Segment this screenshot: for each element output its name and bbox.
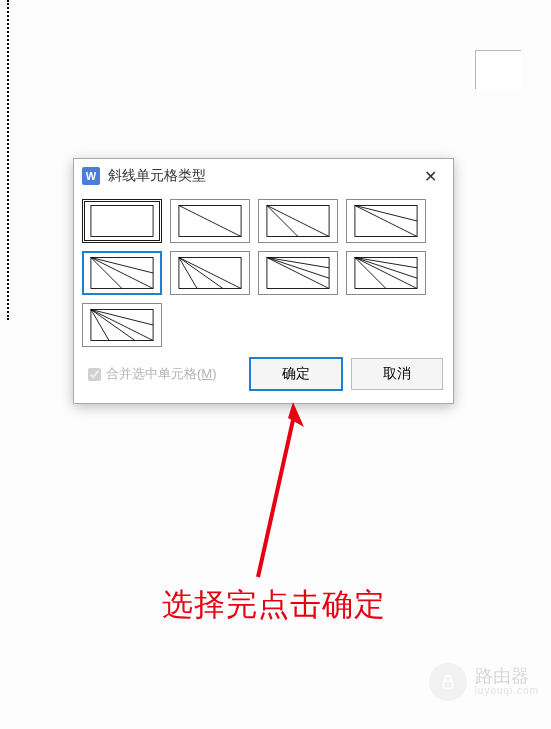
diagonal-cell-type-dialog: W 斜线单元格类型 ✕ <box>73 158 454 404</box>
svg-line-11 <box>91 257 122 288</box>
watermark: 路由器 luyouqi.com <box>429 663 539 701</box>
cancel-button-label: 取消 <box>383 365 411 383</box>
app-icon: W <box>82 167 100 185</box>
option-diag-2[interactable] <box>258 199 338 243</box>
svg-line-25 <box>355 257 417 278</box>
svg-line-22 <box>355 257 417 288</box>
ruler-edge-left <box>7 0 9 320</box>
dialog-title: 斜线单元格类型 <box>108 167 415 185</box>
svg-rect-0 <box>91 205 153 236</box>
annotation-text: 选择完点击确定 <box>162 584 386 626</box>
option-diag-7[interactable] <box>346 251 426 295</box>
watermark-text: 路由器 <box>475 667 539 686</box>
option-diag-6[interactable] <box>258 251 338 295</box>
dialog-bottom-row: 合并选中单元格(M) 确定 取消 <box>74 351 453 403</box>
option-diag-1[interactable] <box>170 199 250 243</box>
merge-cells-checkbox: 合并选中单元格(M) <box>84 365 241 384</box>
svg-line-2 <box>179 205 241 236</box>
merge-label-suffix: ) <box>212 366 216 381</box>
cell-type-options <box>74 193 453 351</box>
svg-line-19 <box>267 257 329 267</box>
svg-line-12 <box>91 257 153 273</box>
ok-button[interactable]: 确定 <box>249 357 343 391</box>
option-diag-3[interactable] <box>346 199 426 243</box>
ok-button-label: 确定 <box>282 365 310 383</box>
svg-line-4 <box>267 205 329 236</box>
watermark-sub: luyouqi.com <box>475 686 539 697</box>
svg-line-5 <box>267 205 298 236</box>
svg-line-30 <box>91 309 153 325</box>
svg-line-10 <box>91 257 153 288</box>
svg-line-31 <box>258 420 293 577</box>
merge-cells-input <box>88 368 101 381</box>
close-icon: ✕ <box>424 167 437 186</box>
background-cell <box>475 50 521 89</box>
svg-line-20 <box>267 257 329 278</box>
svg-line-7 <box>355 205 417 236</box>
annotation-arrow <box>218 402 308 587</box>
option-diag-8[interactable] <box>82 303 162 347</box>
svg-line-18 <box>267 257 329 288</box>
watermark-icon <box>429 663 467 701</box>
close-button[interactable]: ✕ <box>415 164 445 188</box>
cancel-button[interactable]: 取消 <box>351 358 443 390</box>
dialog-titlebar: W 斜线单元格类型 ✕ <box>74 159 453 193</box>
merge-label-prefix: 合并选中单元格( <box>106 366 201 381</box>
svg-line-29 <box>91 309 135 340</box>
option-diag-5[interactable] <box>170 251 250 295</box>
svg-line-8 <box>355 205 417 221</box>
option-none[interactable] <box>82 199 162 243</box>
option-diag-4[interactable] <box>82 251 162 295</box>
svg-line-16 <box>179 257 223 288</box>
svg-rect-33 <box>443 681 452 688</box>
merge-label-key: M <box>201 366 212 381</box>
